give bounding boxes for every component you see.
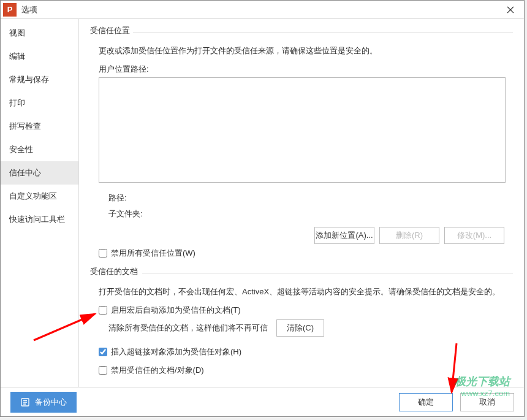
backup-icon (20, 397, 30, 407)
main-panel: 受信任位置 更改或添加受信任位置作为打开文件的受信任来源，请确保这些位置是安全的… (79, 19, 524, 387)
enable-macro-checkbox[interactable] (99, 306, 107, 315)
trusted-doc-section-title: 受信任的文档 (90, 266, 513, 280)
sidebar-item-quick-access[interactable]: 快速访问工具栏 (1, 208, 78, 231)
sidebar-item-spellcheck[interactable]: 拼写检查 (1, 115, 78, 138)
trusted-location-description: 更改或添加受信任位置作为打开文件的受信任来源，请确保这些位置是安全的。 (90, 39, 513, 60)
sidebar-item-general-save[interactable]: 常规与保存 (1, 68, 78, 91)
subfolder-label: 子文件夹: (108, 206, 513, 222)
path-label: 路径: (108, 190, 513, 206)
sidebar-item-view[interactable]: 视图 (1, 21, 78, 45)
close-button[interactable] (497, 1, 524, 19)
disable-trusted-locations-label[interactable]: 禁用所有受信任位置(W) (111, 248, 195, 259)
clear-trusted-text: 清除所有受信任的文档，这样他们将不再可信 (108, 323, 268, 334)
disable-trusted-locations-checkbox[interactable] (99, 249, 107, 258)
sidebar: 视图 编辑 常规与保存 打印 拼写检查 安全性 信任中心 自定义功能区 快速访问… (1, 19, 79, 387)
window-title: 选项 (21, 4, 37, 15)
sidebar-item-custom-ribbon[interactable]: 自定义功能区 (1, 185, 78, 208)
user-path-listbox[interactable] (99, 77, 506, 183)
disable-trusted-doc-checkbox[interactable] (99, 366, 107, 375)
cancel-button[interactable]: 取消 (460, 393, 514, 411)
disable-trusted-doc-label[interactable]: 禁用受信任的文档/对象(D) (111, 365, 204, 376)
trusted-location-section-title: 受信任位置 (90, 25, 513, 39)
sidebar-item-edit[interactable]: 编辑 (1, 45, 78, 68)
sidebar-item-security[interactable]: 安全性 (1, 138, 78, 161)
hyperlink-trust-checkbox[interactable] (99, 348, 107, 356)
ok-button[interactable]: 确定 (399, 393, 453, 411)
delete-button: 删除(R) (379, 227, 439, 244)
enable-macro-label[interactable]: 启用宏后自动添加为受信任的文档(T) (111, 305, 241, 316)
sidebar-item-print[interactable]: 打印 (1, 91, 78, 115)
clear-button[interactable]: 清除(C) (276, 319, 324, 337)
app-icon: P (3, 3, 17, 17)
bottom-bar: 备份中心 确定 取消 (1, 387, 524, 416)
add-location-button[interactable]: 添加新位置(A)... (314, 227, 374, 244)
backup-center-button[interactable]: 备份中心 (10, 392, 77, 413)
close-icon (507, 6, 514, 13)
sidebar-item-trust-center[interactable]: 信任中心 (1, 161, 78, 185)
backup-center-label: 备份中心 (35, 397, 67, 408)
modify-button: 修改(M)... (444, 227, 504, 244)
user-path-label: 用户位置路径: (99, 64, 513, 75)
titlebar: P 选项 (1, 1, 524, 19)
trusted-doc-description: 打开受信任的文档时，不会出现任何宏、ActiveX、超链接等活动内容的安全提示。… (90, 280, 513, 301)
hyperlink-trust-label[interactable]: 插入超链接对象添加为受信任对象(H) (111, 346, 241, 357)
